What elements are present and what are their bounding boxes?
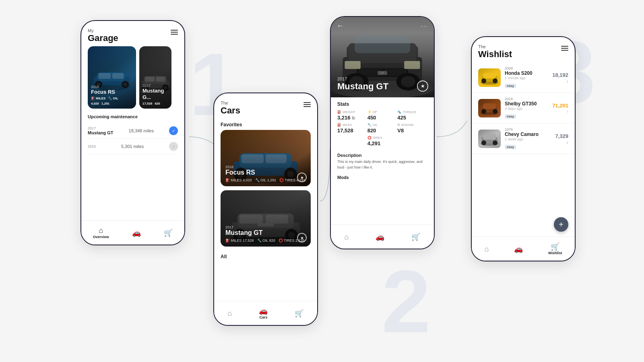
bg-number-2: 2 xyxy=(382,257,431,346)
detail-hero: GT ← ··· 2017 Mustang GT ★ xyxy=(331,17,434,97)
svg-point-62 xyxy=(493,109,497,114)
wishlist-bottom-nav: ⌂ 🚗 🛒 Wishlist xyxy=(472,237,575,261)
cars-card-focus[interactable]: 2016 Focus RS ⛽ MILES 4,020 🔧 OIL 1,291 … xyxy=(221,130,311,186)
phone-wishlist: The Wishlist xyxy=(471,36,576,261)
nav-home-4[interactable]: ⌂ xyxy=(484,245,489,253)
svg-rect-65 xyxy=(483,134,496,140)
cars-title-large: Cars xyxy=(221,106,240,115)
nav-cars-3[interactable]: 🚗 xyxy=(376,233,384,241)
svg-point-67 xyxy=(493,140,497,145)
wishlist-info-shelby: 2018 Shelby GT350 3 days ago ebay xyxy=(505,97,548,119)
stats-section: Stats ⛽ WEIGHT 3,216 lb ⚡ HP 450 🔩 TORQU… xyxy=(331,97,434,150)
stat-torque: 🔩 TORQUE 425 xyxy=(397,110,427,121)
nav-overview[interactable]: ⌂ Overview xyxy=(93,227,109,239)
home-icon: ⌂ xyxy=(99,227,103,234)
stat-miles: ⛽ MILES 17,528 xyxy=(337,123,367,134)
upcoming-maintenance-section: Upcoming maintenance 2017 Mustang GT 18,… xyxy=(81,109,184,157)
ebay-badge-honda: ebay xyxy=(505,84,516,88)
upcoming-title: Upcoming maintenance xyxy=(88,114,178,119)
description-section: Description This is my main daily driver… xyxy=(331,150,434,173)
wishlist-title-large: Wishlist xyxy=(478,49,512,59)
favorites-label: Favorites xyxy=(214,119,317,130)
nav-wishlist-2[interactable]: 🛒 xyxy=(295,310,303,317)
svg-point-57 xyxy=(493,78,497,83)
detail-top-bar: ← ··· xyxy=(331,22,434,30)
car-icon-3: 🚗 xyxy=(376,233,384,241)
car-icon-1: 🚗 xyxy=(132,229,141,237)
phone-cars: The Cars Favorites xyxy=(213,93,318,326)
cars-card-mustang[interactable]: 2017 Mustang GT ⛽ MILES 17,528 🔧 OIL 820… xyxy=(221,190,311,247)
garage-card-focus[interactable]: 2016 Focus RS ⛽MILES 🔧OIL 4,020 1,291 xyxy=(88,46,136,109)
svg-point-61 xyxy=(481,109,486,114)
home-icon-2: ⌂ xyxy=(228,310,232,317)
desc-title: Description xyxy=(337,153,427,158)
svg-rect-55 xyxy=(483,73,496,78)
cart-icon-1: 🛒 xyxy=(164,229,173,237)
detail-hero-info: 2017 Mustang GT xyxy=(337,76,388,92)
all-label: All xyxy=(214,251,317,262)
detail-bottom-nav: ⌂ 🚗 🛒 xyxy=(331,224,434,249)
cart-icon-3: 🛒 xyxy=(411,233,420,241)
garage-card-mustang-peek[interactable]: 2017 Mustang G... 17,528 820 xyxy=(139,46,171,109)
wishlist-item-honda[interactable]: 2009 Honda S200 1 minute ago ebay 18,192… xyxy=(472,62,575,93)
wishlist-item-camaro[interactable]: 1976 Chevy Camaro 1 week ago ebay 7,329 … xyxy=(472,123,575,154)
svg-point-66 xyxy=(481,140,486,145)
stat-engine: ⚙ ENGINE V8 xyxy=(397,123,427,134)
stat-empty xyxy=(337,136,367,146)
stat-tires: ⭕ TIRES 4,291 xyxy=(367,136,398,146)
wishlist-price-camaro: 7,329 ↓ xyxy=(555,133,568,144)
stat-weight: ⛽ WEIGHT 3,216 lb xyxy=(337,110,367,121)
cars-menu-icon[interactable] xyxy=(303,101,311,107)
add-fab[interactable]: + xyxy=(554,217,568,232)
nav-home-3[interactable]: ⌂ xyxy=(345,233,349,241)
car-icon-2: 🚗 xyxy=(259,307,268,315)
nav-cars-4[interactable]: 🚗 xyxy=(514,245,523,253)
phone-garage: My Garage xyxy=(80,20,185,245)
svg-rect-60 xyxy=(483,103,496,109)
nav-wishlist-active[interactable]: 🛒 Wishlist xyxy=(548,243,562,255)
wishlist-price-shelby: 71,201 ↑ xyxy=(552,103,568,114)
garage-title-large: Garage xyxy=(88,33,118,43)
wishlist-info-camaro: 1976 Chevy Camaro 1 week ago ebay xyxy=(505,128,551,150)
ebay-badge-shelby: ebay xyxy=(505,114,516,119)
desc-text: This is my main daily driver. It's quick… xyxy=(337,159,427,170)
wishlist-thumb-honda xyxy=(478,68,501,87)
more-button[interactable]: ··· xyxy=(421,23,428,29)
wishlist-thumb-shelby xyxy=(478,99,501,117)
garage-menu-icon[interactable] xyxy=(171,28,178,35)
mods-title: Mods xyxy=(331,173,434,181)
phone-detail: GT ← ··· 2017 Mustang GT ★ Stats ⛽ WEIGH… xyxy=(330,16,435,249)
car-icon-4: 🚗 xyxy=(514,245,523,253)
garage-bottom-nav: ⌂ Overview 🚗 🛒 xyxy=(81,220,184,245)
wishlist-thumb-camaro xyxy=(478,130,501,148)
wishlist-info-honda: 2009 Honda S200 1 minute ago ebay xyxy=(505,66,548,88)
nav-cars-active[interactable]: 🚗 Cars xyxy=(259,307,268,319)
nav-cars-1[interactable]: 🚗 xyxy=(132,229,141,237)
cart-icon-2: 🛒 xyxy=(295,310,303,317)
wishlist-item-shelby[interactable]: 2018 Shelby GT350 3 days ago ebay 71,201… xyxy=(472,93,575,123)
nav-home-2[interactable]: ⌂ xyxy=(228,310,232,317)
nav-wishlist-1[interactable]: 🛒 xyxy=(164,229,173,237)
detail-fav-btn[interactable]: ★ xyxy=(417,80,428,92)
stat-hp: ⚡ HP 450 xyxy=(367,110,398,121)
back-button[interactable]: ← xyxy=(336,22,344,30)
stats-grid: ⛽ WEIGHT 3,216 lb ⚡ HP 450 🔩 TORQUE 425 … xyxy=(337,110,427,146)
maintenance-item-mustang[interactable]: 2017 Mustang GT 18,348 miles ✓ xyxy=(88,123,178,139)
nav-wishlist-3[interactable]: 🛒 xyxy=(411,233,420,241)
ebay-badge-camaro: ebay xyxy=(505,145,516,149)
home-icon-4: ⌂ xyxy=(484,245,489,253)
stat-oil: 🔧 OIL 820 xyxy=(367,123,398,134)
stats-title: Stats xyxy=(337,101,427,107)
wishlist-menu-icon[interactable] xyxy=(561,44,568,51)
cart-icon-active: 🛒 xyxy=(551,243,559,250)
maintenance-item-focus[interactable]: 2016 5,301 miles ✓ xyxy=(88,139,178,154)
garage-car-cards: 2016 Focus RS ⛽MILES 🔧OIL 4,020 1,291 xyxy=(81,46,184,109)
wishlist-price-honda: 18,192 ↓ xyxy=(552,72,568,83)
detail-car-name: Mustang GT xyxy=(337,81,388,92)
home-icon-3: ⌂ xyxy=(345,233,349,241)
detail-year: 2017 xyxy=(337,76,388,81)
cars-bottom-nav: ⌂ 🚗 Cars 🛒 xyxy=(214,301,317,325)
svg-point-56 xyxy=(481,78,486,83)
